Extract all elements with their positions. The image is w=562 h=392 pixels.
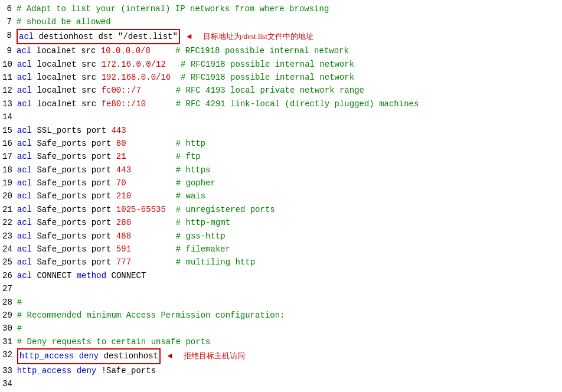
token: localnet src bbox=[32, 71, 102, 84]
token: 443 bbox=[111, 124, 126, 137]
token: # RFC1918 possible internal network bbox=[181, 71, 354, 84]
token: SSL_ports port bbox=[32, 124, 111, 137]
token: # filemaker bbox=[176, 243, 230, 256]
line-content: # Recommended minimum Access Permission … bbox=[17, 309, 562, 322]
code-line: 11acl localnet src 192.168.0.0/16 # RFC1… bbox=[0, 71, 562, 84]
code-line: 13acl localnet src fe80::/10 # RFC 4291 … bbox=[0, 97, 562, 110]
line-content: http_access deny destionhost ◄ 拒绝目标主机访问 bbox=[17, 348, 562, 364]
token: Safe_ports port bbox=[32, 256, 116, 269]
line-content: acl Safe_ports port 777 # multiling http bbox=[17, 256, 562, 269]
line-content bbox=[17, 282, 562, 295]
token: acl bbox=[17, 124, 32, 137]
code-line: 23acl Safe_ports port 488 # gss-http bbox=[0, 230, 562, 243]
line-content: # Adapt to list your (internal) IP netwo… bbox=[17, 2, 562, 15]
code-line: 19acl Safe_ports port 70 # gopher bbox=[0, 177, 562, 190]
token: 280 bbox=[116, 216, 131, 229]
token: # gss-http bbox=[176, 230, 226, 243]
line-number: 17 bbox=[0, 150, 17, 163]
line-number: 24 bbox=[0, 243, 17, 256]
token: Safe_ports port bbox=[32, 203, 116, 216]
code-line: 6# Adapt to list your (internal) IP netw… bbox=[0, 2, 562, 15]
token: CONNECT bbox=[32, 269, 77, 282]
token bbox=[141, 84, 176, 97]
token bbox=[131, 164, 176, 177]
token bbox=[171, 71, 181, 84]
token: 70 bbox=[116, 177, 126, 190]
token: localnet src bbox=[31, 44, 101, 57]
token: 591 bbox=[116, 243, 131, 256]
highlighted-code: http_access deny destionhost bbox=[17, 348, 161, 364]
line-content: # should be allowed bbox=[17, 15, 562, 28]
line-content bbox=[17, 377, 562, 390]
token: acl bbox=[17, 177, 32, 190]
token: acl bbox=[17, 150, 32, 163]
token: acl bbox=[17, 216, 32, 229]
line-content: acl Safe_ports port 443 # https bbox=[17, 164, 562, 177]
code-line: 30# bbox=[0, 322, 562, 335]
line-content: acl Safe_ports port 21 # ftp bbox=[17, 150, 562, 163]
code-line: 20acl Safe_ports port 210 # wais bbox=[0, 190, 562, 202]
token: # Recommended minimum Access Permission … bbox=[17, 309, 285, 322]
token bbox=[131, 243, 176, 256]
code-line: 9acl localnet src 10.0.0.0/8 # RFC1918 p… bbox=[0, 44, 562, 57]
token: # RFC1918 possible internal network bbox=[181, 58, 354, 71]
token: # bbox=[17, 296, 22, 309]
line-content: acl localnet src 192.168.0.0/16 # RFC191… bbox=[17, 71, 562, 84]
code-line: 27 bbox=[0, 282, 562, 295]
token: # http bbox=[176, 137, 205, 150]
token: Safe_ports port bbox=[32, 164, 116, 177]
line-number: 34 bbox=[0, 377, 17, 390]
line-number: 29 bbox=[0, 309, 17, 322]
code-line: 26acl CONNECT method CONNECT bbox=[0, 269, 562, 282]
line-content: acl Safe_ports port 1025-65535 # unregis… bbox=[17, 203, 562, 216]
token: # should be allowed bbox=[17, 15, 111, 28]
arrow-icon: ◄ bbox=[162, 349, 177, 362]
code-line: 22acl Safe_ports port 280 # http-mgmt bbox=[0, 216, 562, 229]
line-content: # bbox=[17, 322, 562, 335]
line-number: 7 bbox=[0, 15, 17, 28]
line-number: 30 bbox=[0, 322, 17, 335]
token: 443 bbox=[116, 164, 131, 177]
token: 10.0.0.0/8 bbox=[101, 44, 151, 57]
token: acl bbox=[19, 30, 34, 43]
line-number: 18 bbox=[0, 164, 17, 177]
token bbox=[126, 137, 176, 150]
line-content: acl SSL_ports port 443 bbox=[17, 124, 562, 137]
token: acl bbox=[17, 243, 32, 256]
token: 777 bbox=[116, 256, 131, 269]
token: acl bbox=[17, 230, 32, 243]
line-content: http_access deny !Safe_ports bbox=[17, 364, 562, 377]
line-number: 10 bbox=[0, 58, 17, 71]
token: deny bbox=[79, 349, 99, 362]
line-number: 33 bbox=[0, 364, 17, 377]
line-number: 19 bbox=[0, 177, 17, 190]
token: # gopher bbox=[176, 177, 215, 190]
line-content: acl Safe_ports port 70 # gopher bbox=[17, 177, 562, 190]
token: acl bbox=[17, 44, 31, 57]
token: # multiling http bbox=[176, 256, 255, 269]
token: acl bbox=[17, 97, 32, 110]
line-number: 31 bbox=[0, 335, 17, 348]
token: # unregistered ports bbox=[176, 203, 275, 216]
code-line: 33http_access deny !Safe_ports bbox=[0, 364, 562, 377]
token: # Adapt to list your (internal) IP netwo… bbox=[17, 2, 329, 15]
line-content: acl localnet src fe80::/10 # RFC 4291 li… bbox=[17, 97, 562, 110]
line-number: 12 bbox=[0, 84, 17, 97]
token bbox=[126, 150, 176, 163]
token: Safe_ports port bbox=[32, 150, 116, 163]
token: 1025-65535 bbox=[116, 203, 166, 216]
code-line: 15acl SSL_ports port 443 bbox=[0, 124, 562, 137]
token: # bbox=[17, 322, 22, 335]
line-content: acl localnet src 10.0.0.0/8 # RFC1918 po… bbox=[17, 44, 562, 57]
line-content bbox=[17, 110, 562, 123]
code-line: 18acl Safe_ports port 443 # https bbox=[0, 164, 562, 177]
token: 488 bbox=[116, 230, 131, 243]
token bbox=[71, 364, 76, 377]
code-line: 32http_access deny destionhost ◄ 拒绝目标主机访… bbox=[0, 348, 562, 364]
code-line: 34 bbox=[0, 377, 562, 390]
code-line: 7# should be allowed bbox=[0, 15, 562, 28]
token bbox=[146, 97, 175, 110]
token: method bbox=[77, 269, 106, 282]
token bbox=[166, 203, 176, 216]
line-number: 26 bbox=[0, 269, 17, 282]
